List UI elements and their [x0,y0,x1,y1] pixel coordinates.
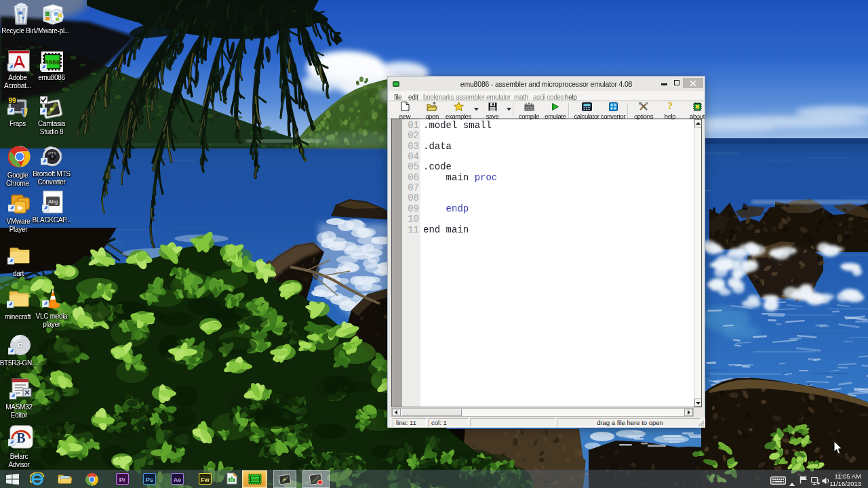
svg-text:Pr: Pr [119,476,126,483]
svg-text:Ae: Ae [174,476,182,483]
svg-text:Ps: Ps [146,476,153,483]
svg-text:8086: 8086 [250,478,259,483]
svg-text:?: ? [667,102,673,111]
svg-text:Fw: Fw [201,476,210,483]
svg-text:B: B [16,430,25,445]
